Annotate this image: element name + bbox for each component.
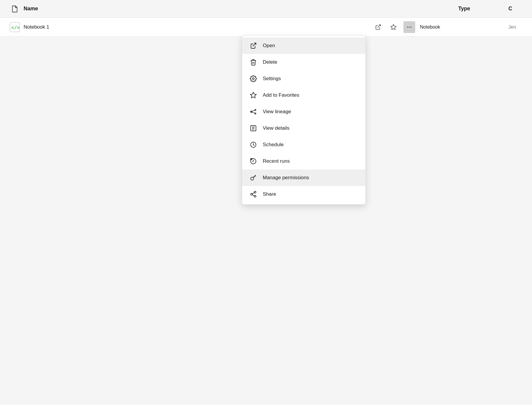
menu-delete-label: Delete <box>263 59 277 65</box>
svg-line-27 <box>252 193 254 194</box>
row-type: Notebook <box>420 24 508 30</box>
menu-favorites-label: Add to Favorites <box>263 92 299 98</box>
menu-item-view-lineage[interactable]: View lineage <box>242 103 365 120</box>
star-icon <box>249 91 257 99</box>
svg-point-22 <box>251 177 254 180</box>
file-header-icon <box>11 5 18 12</box>
favorite-row-button[interactable] <box>388 22 399 32</box>
svg-point-25 <box>254 195 256 197</box>
svg-marker-3 <box>391 24 396 29</box>
row-icon-col: </> <box>6 22 24 32</box>
header-extra-label: C <box>508 6 526 12</box>
clock-icon <box>249 141 257 149</box>
context-menu: Open Delete Settings Ad <box>242 35 366 205</box>
share-row-icon <box>375 24 381 30</box>
svg-marker-9 <box>250 92 256 98</box>
trash-icon <box>249 58 257 66</box>
svg-point-5 <box>409 27 410 27</box>
menu-item-schedule[interactable]: Schedule <box>242 136 365 153</box>
gear-icon <box>249 75 257 83</box>
recent-runs-icon <box>249 157 257 165</box>
menu-schedule-label: Schedule <box>263 142 284 148</box>
share-icon <box>249 190 257 198</box>
header-name-label: Name <box>24 6 420 12</box>
star-row-icon <box>390 24 397 30</box>
row-actions <box>373 21 415 33</box>
svg-point-23 <box>254 191 256 193</box>
svg-line-7 <box>253 43 256 46</box>
menu-recent-runs-label: Recent runs <box>263 158 290 164</box>
key-icon <box>249 174 257 182</box>
details-icon <box>249 124 257 132</box>
table-header: Name Type C <box>0 0 532 18</box>
row-name: Notebook 1 <box>24 24 373 30</box>
menu-item-manage-permissions[interactable]: Manage permissions <box>242 169 365 186</box>
menu-item-open[interactable]: Open <box>242 37 365 54</box>
menu-item-view-details[interactable]: View details <box>242 120 365 136</box>
svg-line-2 <box>377 24 380 27</box>
header-type-label: Type <box>420 6 508 12</box>
svg-line-26 <box>252 195 254 196</box>
svg-text:</>: </> <box>11 25 20 30</box>
table-row: </> Notebook 1 Notebook Jen <box>0 18 532 37</box>
ellipsis-icon <box>406 24 412 30</box>
svg-point-4 <box>407 27 408 27</box>
svg-point-8 <box>252 78 254 80</box>
row-extra: Jen <box>508 24 526 30</box>
svg-point-11 <box>255 109 256 111</box>
menu-open-label: Open <box>263 43 275 49</box>
menu-item-share[interactable]: Share <box>242 186 365 203</box>
svg-point-12 <box>255 113 256 114</box>
menu-lineage-label: View lineage <box>263 109 291 115</box>
header-icon-col <box>6 5 24 12</box>
menu-item-recent-runs[interactable]: Recent runs <box>242 153 365 169</box>
menu-item-delete[interactable]: Delete <box>242 54 365 70</box>
menu-permissions-label: Manage permissions <box>263 175 309 181</box>
svg-point-6 <box>411 27 411 27</box>
share-row-button[interactable] <box>373 22 383 32</box>
svg-line-13 <box>252 110 255 111</box>
menu-details-label: View details <box>263 125 289 131</box>
menu-item-settings[interactable]: Settings <box>242 70 365 87</box>
svg-point-24 <box>251 193 252 195</box>
menu-item-add-favorites[interactable]: Add to Favorites <box>242 87 365 103</box>
menu-share-label: Share <box>263 191 276 197</box>
svg-line-14 <box>252 112 255 113</box>
open-external-icon <box>249 42 257 50</box>
more-options-button[interactable] <box>403 21 415 33</box>
svg-point-15 <box>251 111 252 113</box>
menu-settings-label: Settings <box>263 76 281 82</box>
notebook-icon: </> <box>9 22 20 32</box>
lineage-icon <box>249 108 257 116</box>
